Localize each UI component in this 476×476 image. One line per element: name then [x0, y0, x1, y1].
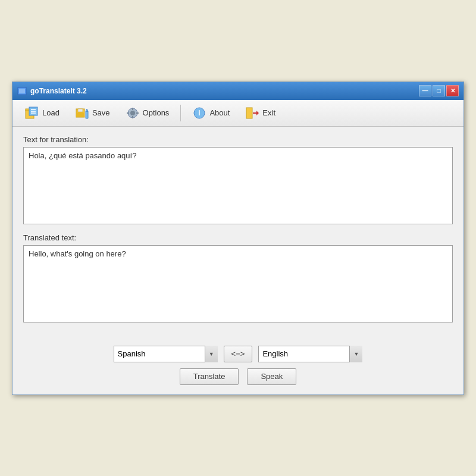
svg-text:i: i — [199, 109, 201, 117]
translated-section: Translated text: Hello, what's going on … — [23, 233, 453, 324]
close-button[interactable]: ✕ — [446, 85, 459, 96]
svg-marker-24 — [256, 111, 259, 115]
about-button[interactable]: i About — [186, 103, 236, 123]
target-language-select[interactable]: English Spanish French German Italian Po… — [258, 346, 362, 362]
load-label: Load — [42, 108, 60, 117]
about-label: About — [209, 108, 230, 117]
exit-button[interactable]: Exit — [239, 103, 282, 123]
source-textarea[interactable]: Hola, ¿qué está pasando aquí? — [23, 147, 453, 224]
svg-rect-1 — [19, 89, 25, 93]
svg-rect-18 — [136, 112, 139, 114]
app-icon — [17, 86, 27, 96]
save-button[interactable]: Save — [68, 103, 117, 123]
translate-button[interactable]: Translate — [180, 368, 239, 385]
svg-rect-21 — [246, 108, 252, 118]
title-buttons: — □ ✕ — [419, 85, 459, 96]
source-label: Text for translation: — [23, 135, 453, 144]
svg-rect-15 — [132, 108, 133, 110]
toolbar-separator — [180, 105, 181, 121]
language-row: Spanish English French German Italian Po… — [23, 346, 453, 362]
exit-icon — [245, 106, 259, 120]
main-window: goTranslateIt 3.2 — □ ✕ Load — [12, 82, 464, 395]
source-language-wrapper: Spanish English French German Italian Po… — [114, 346, 218, 362]
target-language-wrapper: English Spanish French German Italian Po… — [258, 346, 362, 362]
options-button[interactable]: Options — [119, 103, 176, 123]
svg-marker-11 — [86, 111, 88, 118]
svg-rect-9 — [76, 112, 84, 117]
options-icon — [126, 106, 140, 120]
minimize-button[interactable]: — — [419, 85, 431, 96]
options-label: Options — [143, 108, 170, 117]
title-bar-left: goTranslateIt 3.2 — [17, 86, 87, 96]
source-language-select[interactable]: Spanish English French German Italian Po… — [114, 346, 218, 362]
translated-label: Translated text: — [23, 233, 453, 242]
toolbar: Load Save — [12, 100, 464, 127]
speak-button[interactable]: Speak — [247, 368, 296, 385]
maximize-button[interactable]: □ — [433, 85, 445, 96]
save-label: Save — [92, 108, 110, 117]
bottom-controls: Spanish English French German Italian Po… — [12, 340, 464, 394]
action-row: Translate Speak — [23, 368, 453, 385]
window-title: goTranslateIt 3.2 — [30, 87, 87, 95]
load-icon — [25, 106, 39, 120]
source-section: Text for translation: Hola, ¿qué está pa… — [23, 135, 453, 226]
exit-label: Exit — [262, 108, 275, 117]
svg-marker-12 — [86, 109, 88, 111]
svg-rect-17 — [127, 112, 129, 114]
svg-point-14 — [130, 111, 135, 115]
load-button[interactable]: Load — [18, 103, 66, 123]
content-area: Text for translation: Hola, ¿qué está pa… — [12, 127, 464, 340]
svg-rect-16 — [132, 116, 133, 118]
swap-button[interactable]: <=> — [224, 346, 253, 362]
about-icon: i — [192, 106, 206, 120]
title-bar: goTranslateIt 3.2 — □ ✕ — [12, 82, 464, 100]
translated-textarea[interactable]: Hello, what's going on here? — [23, 245, 453, 322]
svg-rect-10 — [78, 109, 83, 112]
save-icon — [75, 106, 89, 120]
